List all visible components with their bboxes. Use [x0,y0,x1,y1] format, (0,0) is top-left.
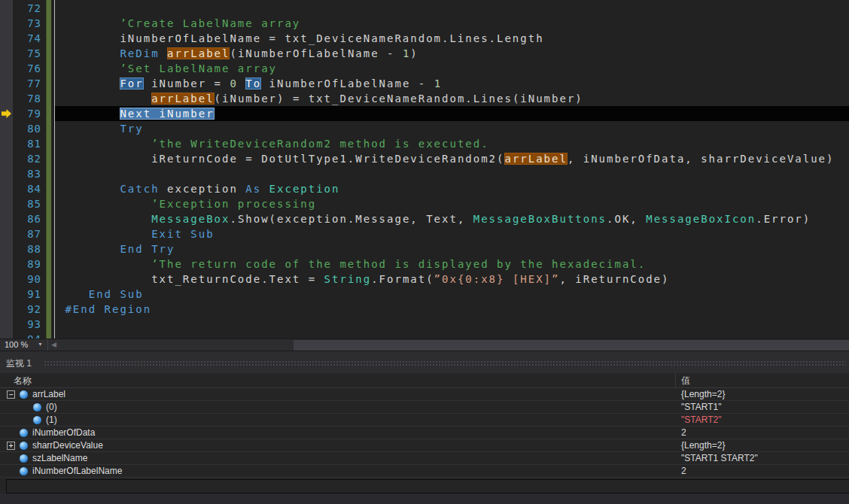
code-segment [57,258,151,270]
watch-row[interactable]: iNumberOfData2 [0,427,849,439]
watch-new-row[interactable] [6,479,849,493]
code-line[interactable]: 88 End Try [0,241,849,257]
code-segment [57,228,151,240]
watch-value[interactable]: "START1 START2" [681,452,758,464]
horizontal-scrollbar-thumb[interactable] [294,340,849,351]
watch-value[interactable]: "START1" [681,401,721,413]
code-segment: ’the WriteDeviceRandom2 method is execut… [151,138,488,150]
code-line[interactable]: 79 Next iNumber [0,106,849,121]
code-line[interactable]: 77 For iNumber = 0 To iNumberOfLabelName… [0,76,849,91]
watch-name[interactable]: (1) [46,414,57,426]
code-text: ’Exception processing [57,196,316,211]
watch-title-bar[interactable]: 监视 1 [0,351,849,373]
line-number: 78 [13,91,41,106]
code-segment: , iNumberOfData, sharrDeviceValue) [568,153,835,165]
variable-icon [20,442,28,450]
code-text: iNumberOfLabelName = txt_DeviceNameRando… [57,31,544,46]
code-editor[interactable]: 7273 ’Create LabelName array74 iNumberOf… [0,0,849,339]
code-segment: iNumberOfLabelName - [261,77,434,90]
code-line[interactable]: 76 ’Set LabelName array [0,61,849,76]
watch-name[interactable]: (0) [46,401,57,413]
code-line[interactable]: 90 txt_ReturnCode.Text = String.Format(”… [0,272,849,287]
column-header-value[interactable]: 值 [681,375,690,387]
code-line[interactable]: 83 [0,166,849,181]
code-line[interactable]: 92 #End Region [0,302,849,317]
code-line[interactable]: 85 ’Exception processing [0,196,849,211]
code-segment [57,183,120,195]
watch-value[interactable]: 2 [681,465,686,477]
code-segment: ’Set LabelName array [120,62,277,74]
code-text: MessageBox.Show(exception.Message, Text,… [57,211,811,226]
code-line[interactable]: 86 MessageBox.Show(exception.Message, Te… [0,211,849,226]
code-segment [57,93,151,105]
code-text: For iNumber = 0 To iNumberOfLabelName - … [57,76,442,91]
code-segment [57,17,120,29]
code-segment: 1 [434,77,442,90]
zoom-level-dropdown[interactable]: 100 % ▼ [0,339,47,351]
watch-value[interactable]: 2 [681,427,686,439]
code-segment: For [120,77,143,90]
watch-name[interactable]: szLabelName [32,452,87,464]
code-segment: , iReturnCode) [559,273,669,285]
watch-name[interactable]: arrLabel [32,388,65,400]
watch-row[interactable]: (1)"START2" [0,414,849,427]
code-segment: .Error) [756,213,811,225]
line-number: 77 [13,76,41,91]
watch-name[interactable]: iNumberOfLabelName [32,465,122,477]
code-text: End Try [57,241,175,257]
watch-value[interactable]: {Length=2} [681,439,725,451]
code-line[interactable]: 75 ReDim arrLabel(iNumberOfLabelName - 1… [0,46,849,61]
line-number: 74 [13,31,41,46]
expand-icon[interactable]: + [7,442,15,450]
line-number: 72 [13,1,41,16]
code-line[interactable]: 87 Exit Sub [0,226,849,241]
code-segment: Exit Sub [151,228,214,240]
code-text: ’Create LabelName array [57,16,300,31]
code-segment: Try [120,123,143,135]
code-line[interactable]: 89 ’The return code of the method is dis… [0,257,849,272]
code-line[interactable]: 80 Try [0,121,849,136]
watch-value[interactable]: "START2" [681,414,721,426]
code-text: iReturnCode = DotUtlType1.WriteDeviceRan… [57,151,834,166]
watch-row[interactable]: (0)"START1" [0,401,849,414]
collapse-icon[interactable]: − [7,390,15,399]
code-line[interactable]: 73 ’Create LabelName array [0,16,849,31]
code-line[interactable]: 74 iNumberOfLabelName = txt_DeviceNameRa… [0,31,849,46]
code-segment [57,138,151,150]
watch-row[interactable]: iNumberOfLabelName2 [0,465,849,478]
line-number: 79 [13,106,41,121]
watch-panel: 监视 1 名称 值 −arrLabel{Length=2}(0)"START1"… [0,351,849,504]
code-segment: arrLabel [504,153,567,165]
code-segment [57,108,120,120]
code-segment: MessageBox [151,213,230,225]
code-segment: (iNumber) = txt_DeviceNameRandom.Lines(i… [215,93,583,105]
watch-value[interactable]: {Length=2} [681,388,725,400]
code-line[interactable]: 93 [0,317,849,332]
watch-row[interactable]: +sharrDeviceValue{Length=2} [0,439,849,452]
watch-name[interactable]: sharrDeviceValue [32,439,103,451]
code-text: End Sub [57,287,144,302]
code-line[interactable]: 91 End Sub [0,287,849,302]
code-line[interactable]: 94 [0,332,849,339]
code-segment [57,288,89,300]
watch-row[interactable]: −arrLabel{Length=2} [0,388,849,401]
code-line[interactable]: 82 iReturnCode = DotUtlType1.WriteDevice… [0,151,849,166]
code-segment: MessageBoxButtons [473,213,607,225]
code-segment: .OK, [607,213,646,225]
code-line[interactable]: 81 ’the WriteDeviceRandom2 method is exe… [0,136,849,151]
code-segment: Exception [269,183,340,195]
code-line[interactable]: 78 arrLabel(iNumber) = txt_DeviceNameRan… [0,91,849,106]
code-segment [57,123,120,135]
code-text: arrLabel(iNumber) = txt_DeviceNameRandom… [57,91,583,106]
column-header-name[interactable]: 名称 [14,375,32,387]
code-segment: End Try [120,243,175,255]
watch-name[interactable]: iNumberOfData [32,427,95,439]
code-line[interactable]: 84 Catch exception As Exception [0,181,849,196]
scrollbar-left-arrow-icon[interactable]: ◀ [51,341,56,348]
code-line[interactable]: 72 [0,1,849,16]
code-segment: As [245,183,261,195]
code-text: Catch exception As Exception [57,181,339,196]
code-text: ’Set LabelName array [57,61,277,76]
watch-row[interactable]: szLabelName"START1 START2" [0,452,849,465]
code-segment: Catch [120,183,159,195]
